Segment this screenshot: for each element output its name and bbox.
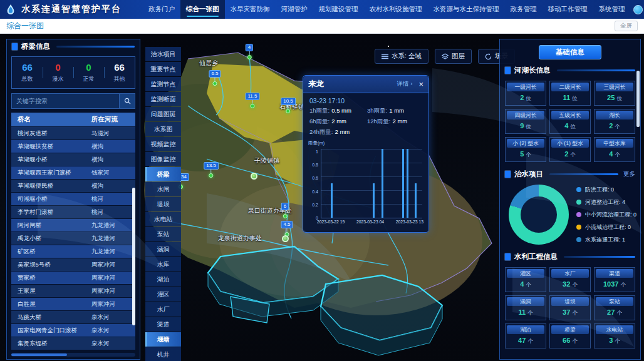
search-button[interactable] (119, 93, 135, 109)
popup-detail-link[interactable]: 详情 › (397, 80, 413, 88)
nav-item[interactable]: 水资源与水土保持管理 (428, 0, 505, 19)
table-row[interactable]: 集贤东堤桥 泉水河 (11, 337, 135, 350)
nav-item[interactable]: 系统管理 (593, 0, 631, 19)
layer-menu-item[interactable]: 水库 (145, 257, 181, 272)
chart-bars (321, 149, 422, 218)
layers-icon (442, 53, 449, 60)
pin-icon (213, 81, 217, 86)
table-row[interactable]: 禹龙小桥 九龙港河 (11, 232, 135, 245)
close-icon[interactable]: × (418, 80, 423, 88)
nav-item[interactable]: 移动工作管理 (543, 0, 593, 19)
table-row[interactable]: 吴家坝5号桥 周家冲河 (11, 258, 135, 271)
pin-icon (209, 173, 213, 178)
station-marker[interactable]: 6 (281, 203, 289, 218)
layer-menu-item[interactable]: 堤坝 (145, 197, 181, 211)
station-marker[interactable]: 13.5 (204, 162, 219, 178)
panel-scrollbar[interactable] (636, 71, 640, 127)
table-row[interactable]: 李学村门滚桥 桃河 (11, 206, 135, 218)
stat-cell: 小 (1) 型水 2 个 (549, 137, 591, 162)
bridge-stats: 66 总数 0 漫水 0 正常 66 其他 (11, 56, 135, 89)
fullscreen-button[interactable]: 全屏 (615, 21, 638, 31)
projects-legend: 防洪工程: 0 河道整治工程: 4 中小河流治理工程: 0 小流域治理工程: 0… (576, 186, 636, 244)
map-label-town: 龙泉街道办事处 (218, 234, 262, 243)
section-title: 水利工程信息 (514, 252, 558, 262)
nav-item[interactable]: 政务管理 (505, 0, 543, 19)
horizontal-scrollbar[interactable] (11, 353, 135, 357)
layer-menu-item[interactable]: 监测节点 (145, 77, 181, 91)
layer-menu-item[interactable]: 图像监控 (145, 152, 181, 166)
section-marker-icon (12, 43, 18, 50)
table-row[interactable]: 白胜屋 周家冲河 (11, 298, 135, 310)
map-canvas[interactable]: 仙居乡 石桥驿镇 子陵铺镇 泉口街道办事处 龙泉街道办事处 4 6.5 11.5… (0, 34, 644, 361)
station-marker[interactable]: 4.5 (281, 221, 293, 236)
section-title: 河湖长信息 (514, 66, 551, 75)
table-row[interactable]: 阿河闸桥 九龙港河 (11, 219, 135, 231)
layer-menu-item[interactable]: 泵站 (145, 227, 181, 242)
layer-menu-item[interactable]: 视频监控 (145, 137, 181, 151)
layer-menu-item[interactable]: 灌区 (145, 287, 181, 302)
camera-pin-icon[interactable] (251, 173, 257, 180)
layer-menu-item[interactable]: 水电站 (145, 212, 181, 226)
table-row[interactable]: 草湖堰扶贫桥 横沟 (11, 140, 135, 153)
station-marker[interactable]: 4 (246, 44, 253, 59)
layer-menu-item[interactable]: 水厂 (145, 302, 181, 317)
nav-item[interactable]: 河湖管护 (276, 0, 313, 19)
map-label-town: 仙居乡 (199, 59, 218, 68)
layer-menu-item[interactable]: 堰塘 (145, 332, 181, 347)
nav-item[interactable]: 规划建设管理 (313, 0, 364, 19)
bridge-info-panel: 桥梁信息 66 总数 0 漫水 0 正常 66 其他 桥名 (6, 39, 140, 360)
user-menu[interactable]: hhzb42080201 ∨ (633, 5, 644, 14)
marker-value: 13.5 (204, 162, 219, 170)
camera-pin-icon[interactable] (282, 235, 289, 242)
layer-menu-item[interactable]: 湖泊 (145, 272, 181, 287)
water-works-grid: 灌区 4 个 水厂 32 个 渠道 1037 个 涵洞 11 个 堤坝 37 个… (505, 267, 635, 348)
table-row[interactable]: 王家屋 周家冲河 (11, 285, 135, 297)
layer-menu-item[interactable]: 桥梁 (145, 167, 181, 181)
basic-info-tab[interactable]: 基础信息 (539, 45, 601, 59)
more-link[interactable]: 更多 (623, 170, 635, 178)
water-system-select[interactable]: 水系: 全域 (375, 49, 428, 64)
table-row[interactable]: 矿区桥 九龙港河 (11, 245, 135, 258)
pin-icon (250, 104, 254, 108)
layer-menu-item[interactable]: 治水项目 (145, 47, 181, 61)
station-marker[interactable]: 11.5 (246, 93, 260, 108)
layer-menu-item[interactable]: 水闸 (145, 182, 181, 196)
table-row[interactable]: 草湖堰西王家门滚桥 钱家河 (11, 166, 135, 179)
stat-cell: 中型水库 4 个 (594, 137, 635, 162)
nav-item[interactable]: 政务门户 (143, 0, 180, 19)
stat-item: 0 正常 (73, 62, 104, 83)
station-marker[interactable]: 6.5 (209, 70, 221, 86)
chart-plot-area (321, 149, 422, 218)
layer-menu-item[interactable]: 监测断面 (145, 92, 181, 106)
marker-value: 6.5 (209, 70, 221, 78)
pin-icon (283, 214, 287, 218)
vertical-scrollbar[interactable] (132, 188, 135, 325)
stat-item: 66 总数 (12, 62, 43, 83)
layers-button[interactable]: 图层 (435, 49, 472, 64)
nav-item[interactable]: 综合一张图 (180, 0, 225, 19)
layer-menu-item[interactable]: 重要节点 (145, 62, 181, 76)
observation-time: 03-23 17:10 (309, 97, 422, 104)
table-row[interactable]: 桃河灰道桥 马滋河 (11, 127, 135, 140)
layer-menu-item[interactable]: 机井 (145, 347, 181, 361)
layer-menu-item[interactable]: 渠道 (145, 317, 181, 332)
nav-item[interactable]: 农村水利设施管理 (364, 0, 428, 19)
table-row[interactable]: 贾家桥 周家冲河 (11, 272, 135, 284)
metric-item: 12h雨量:2 mm (367, 118, 422, 126)
table-row[interactable]: 司湖堰小桥 桃河 (11, 193, 135, 205)
table-row[interactable]: 草湖堰小桥 横沟 (11, 153, 135, 166)
table-row[interactable]: 国家电网青全门口滚桥 泉水河 (11, 324, 135, 337)
search-input[interactable] (11, 93, 119, 109)
nav-item[interactable]: 水旱灾害防御 (225, 0, 276, 19)
map-layer-menu: 治水项目重要节点监测节点监测断面问题图斑水系图视频监控图像监控桥梁水闸堤坝水电站… (145, 47, 181, 361)
layer-menu-item[interactable]: 水系图 (145, 122, 181, 136)
column-header: 所在河流 (89, 115, 135, 124)
layer-menu-item[interactable]: 问题图斑 (145, 107, 181, 121)
table-row[interactable]: 马跳大桥 泉水河 (11, 311, 135, 323)
table-row[interactable]: 草湖堰便民桥 横沟 (11, 180, 135, 192)
station-marker[interactable]: 10.5 (281, 98, 296, 113)
chart-y-ticks: 10.80.60.40.20 (308, 148, 318, 218)
marker-value: 10.5 (281, 98, 296, 105)
map-label-town: 子陵铺镇 (254, 156, 279, 165)
layer-menu-item[interactable]: 涵洞 (145, 242, 181, 257)
